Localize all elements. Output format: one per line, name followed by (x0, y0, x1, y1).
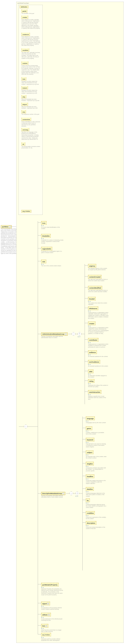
collapse-icon[interactable]: − (63, 493, 64, 494)
element-desc: An instruction to the processor that the… (41, 607, 64, 610)
element-role: role (41, 260, 46, 263)
element-partMeta: partMeta− (1, 225, 12, 228)
connector (85, 380, 88, 381)
element-desc: An iconic visual identification of the c… (41, 226, 64, 230)
connector (85, 308, 88, 308)
connector (82, 522, 86, 523)
connector (38, 625, 41, 626)
element-desc: The location from which the content orig… (88, 302, 109, 305)
type-name: partMetaPropType (18, 2, 29, 4)
element-desc: Extension Property; the semantics are de… (41, 588, 64, 596)
group-admin: AdministrativeMetadataGroup− (41, 332, 68, 336)
attr-desc: If the attribute is empty, specifies whi… (22, 36, 40, 46)
hatch-decoration (41, 602, 50, 602)
cardinality: 0..∞ (76, 496, 78, 497)
connector (82, 416, 83, 570)
cardinality: 0..∞ (86, 466, 88, 467)
element-keyword: keyword (86, 438, 94, 442)
hatch-decoration (86, 451, 93, 451)
hatch-decoration (86, 521, 96, 522)
attr-contentrefs: contentrefs (22, 118, 31, 121)
cardinality: 0..∞ (88, 364, 91, 365)
hatch-decoration (88, 307, 98, 307)
element-desc: A link from the current Item to a target… (41, 630, 64, 632)
element-timeDelim: timeDelim (41, 234, 51, 238)
collapse-icon[interactable]: − (65, 333, 67, 335)
element-desc: Extension point for provider-defined pro… (41, 638, 64, 641)
hatch-decoration (88, 370, 93, 370)
element-label: partMeta (2, 226, 9, 228)
cardinality: 0..∞ (88, 383, 91, 384)
hatch-decoration (86, 511, 95, 512)
cardinality: 0..∞ (41, 238, 44, 239)
group-desc: A group of properties associated with th… (41, 336, 69, 338)
sequence-icon: ⋯ (24, 425, 28, 428)
hatch-decoration (22, 103, 28, 103)
cardinality: 0..∞ (88, 325, 91, 327)
connector (11, 226, 16, 227)
element-desc: A natural-language statement of the date… (86, 493, 106, 497)
attr-desc: The date (and, optionally, the time) whe… (22, 52, 40, 59)
collapse-icon[interactable]: + (46, 625, 47, 627)
element-link: link+ (41, 624, 48, 628)
element-desc: A language used by the news content (86, 422, 106, 424)
cardinality: 0..∞ (41, 616, 44, 618)
connector (38, 603, 41, 603)
hatch-decoration (88, 338, 98, 339)
cardinality: 0..∞ (86, 515, 88, 516)
connector (38, 261, 41, 261)
element-contributor: contributor (88, 338, 98, 342)
attr-creator: creator (22, 16, 28, 19)
element-desc: A party (person or organisation) which c… (88, 327, 109, 334)
hatch-decoration (22, 10, 27, 10)
hatch-decoration (41, 633, 51, 634)
cardinality: 0..∞ (86, 454, 88, 456)
connector (38, 634, 41, 634)
element-desc: A delimiter for a piece of streaming med… (41, 240, 64, 244)
hatch-decoration (22, 86, 28, 87)
attr-desc: The directionality of textual content (e… (22, 146, 40, 149)
element-desc: A sequence of tokens associated with the… (86, 467, 106, 472)
element-infoSource: infoSource (88, 306, 98, 310)
cardinality: 0..∞ (41, 628, 44, 629)
element-creditline: creditline (86, 511, 95, 515)
cardinality: 0..∞ (86, 478, 88, 480)
element-desc: An important topic of the content; what … (86, 456, 106, 459)
element-creator: creator (88, 322, 95, 325)
hatch-decoration (41, 234, 51, 235)
collapse-icon[interactable]: − (9, 226, 11, 228)
connector (79, 493, 82, 494)
hatch-decoration (22, 95, 26, 96)
hatch-decoration (41, 260, 46, 260)
attr-desc: Why the metadata has been included - exp… (22, 98, 40, 102)
attr-desc: If the attribute is empty, specifies whi… (22, 19, 40, 29)
hatch-decoration (41, 624, 48, 625)
hatch-decoration (22, 16, 28, 16)
any-other-attr: any ##other (22, 210, 31, 212)
element-desc: The date (and optionally the time) on wh… (88, 290, 109, 292)
connector (38, 248, 41, 248)
connector (28, 426, 38, 427)
hatch-decoration (88, 322, 95, 322)
collapse-icon[interactable]: + (47, 603, 49, 604)
cardinality: 0..∞ (86, 430, 88, 432)
collapse-icon[interactable]: + (48, 614, 50, 616)
element-desc: A brief and snappy introduction to the c… (86, 480, 106, 484)
element-desc: An alternative identifier assigned to th… (88, 375, 109, 378)
attr-creatoruri: creatoruri (22, 33, 30, 36)
hatch-decoration (88, 275, 101, 276)
cardinality: 0..∞ (78, 336, 80, 338)
cardinality: 0..∞ (88, 354, 91, 356)
cardinality: 0..∞ (86, 442, 88, 443)
hatch-decoration (22, 142, 25, 143)
connector (85, 392, 88, 392)
attr-modified: modified (22, 48, 29, 52)
cardinality: 0..∞ (88, 394, 91, 396)
attr-why: why (22, 95, 26, 98)
cardinality: 0..∞ (41, 586, 44, 588)
element-desc: The role in the overall content stream. (41, 265, 61, 266)
connector (82, 476, 86, 476)
connector (82, 512, 86, 513)
attr-desc: Specifies the language of this property … (22, 132, 40, 140)
element-edNote: edNote+ (41, 613, 51, 616)
